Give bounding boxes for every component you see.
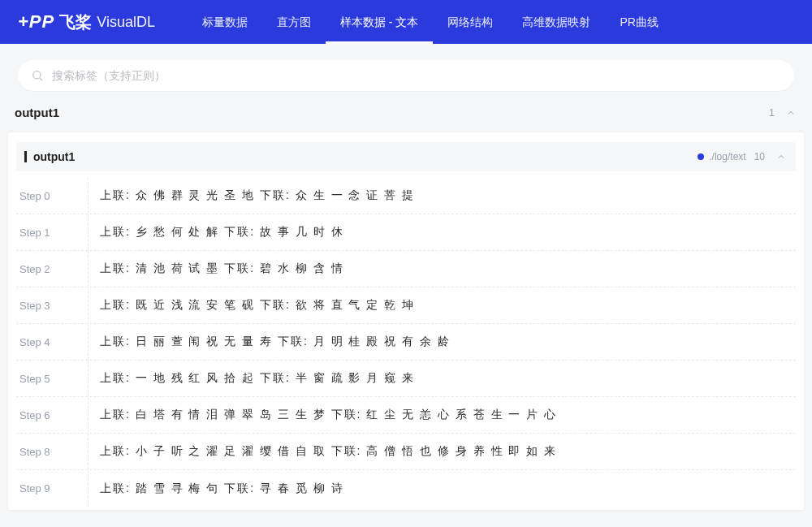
table-row: Step 2 上联: 清 池 荷 试 墨 下联: 碧 水 柳 含 情: [16, 251, 796, 287]
section-header: output1 1: [8, 102, 804, 127]
table-row: Step 9 上联: 踏 雪 寻 梅 句 下联: 寻 春 觅 柳 诗: [16, 470, 796, 507]
step-text: 上联: 日 丽 萱 闱 祝 无 量 寿 下联: 月 明 桂 殿 祝 有 余 龄: [88, 324, 796, 360]
table-row: Step 1 上联: 乡 愁 何 处 解 下联: 故 事 几 时 休: [16, 214, 796, 251]
run-path: ./log/text: [709, 151, 745, 162]
nav-item-embedding[interactable]: 高维数据映射: [508, 0, 605, 44]
step-text: 上联: 一 地 残 红 风 拾 起 下联: 半 窗 疏 影 月 窥 来: [88, 361, 796, 396]
card-title: output1: [33, 150, 698, 163]
logo-cn: 飞桨: [59, 11, 92, 33]
step-label: Step 0: [16, 190, 88, 202]
nav-item-scalars[interactable]: 标量数据: [188, 0, 262, 44]
step-label: Step 3: [16, 300, 88, 312]
logo-mark: +PP: [18, 11, 54, 32]
svg-point-0: [33, 71, 41, 79]
table-row: Step 8 上联: 小 子 听 之 濯 足 濯 缨 借 自 取 下联: 高 僧…: [16, 434, 796, 470]
step-text: 上联: 踏 雪 寻 梅 句 下联: 寻 春 觅 柳 诗: [88, 470, 796, 507]
step-text: 上联: 乡 愁 何 处 解 下联: 故 事 几 时 休: [88, 214, 796, 250]
nav-item-graph[interactable]: 网络结构: [433, 0, 508, 44]
card-header: output1 ./log/text 10: [16, 142, 796, 171]
run-color-dot-icon: [698, 153, 704, 160]
step-label: Step 2: [16, 263, 88, 275]
table-row: Step 3 上联: 既 近 浅 流 安 笔 砚 下联: 欲 将 直 气 定 乾…: [16, 287, 796, 324]
logo: +PP 飞桨 VisualDL: [18, 11, 155, 33]
search-icon: [31, 69, 44, 82]
step-label: Step 8: [16, 446, 88, 458]
svg-line-1: [40, 78, 42, 80]
step-text: 上联: 白 塔 有 情 泪 弹 翠 岛 三 生 梦 下联: 红 尘 无 恙 心 …: [88, 397, 796, 433]
steps-table: Step 0 上联: 众 佛 群 灵 光 圣 地 下联: 众 生 一 念 证 菩…: [16, 178, 796, 507]
step-label: Step 9: [16, 482, 88, 495]
step-label: Step 5: [16, 373, 88, 385]
header-nav: +PP 飞桨 VisualDL 标量数据 直方图 样本数据 - 文本 网络结构 …: [0, 0, 812, 44]
section-title: output1: [15, 106, 769, 119]
section-collapse-icon[interactable]: [786, 108, 796, 118]
card-collapse-icon[interactable]: [776, 152, 786, 162]
nav-item-pr-curve[interactable]: PR曲线: [605, 0, 672, 44]
nav-item-sample-text[interactable]: 样本数据 - 文本: [326, 0, 433, 44]
step-text: 上联: 清 池 荷 试 墨 下联: 碧 水 柳 含 情: [88, 251, 796, 287]
nav-tabs: 标量数据 直方图 样本数据 - 文本 网络结构 高维数据映射 PR曲线: [188, 0, 673, 44]
search-input[interactable]: [52, 60, 781, 91]
table-row: Step 5 上联: 一 地 残 红 风 拾 起 下联: 半 窗 疏 影 月 窥…: [16, 361, 796, 397]
search-box[interactable]: [18, 60, 794, 91]
output-card: output1 ./log/text 10 Step 0 上联: 众 佛 群 灵…: [8, 132, 804, 510]
step-label: Step 6: [16, 409, 88, 421]
card-header-bar-icon: [24, 151, 27, 162]
step-label: Step 4: [16, 336, 88, 348]
section-count: 1: [769, 106, 775, 119]
run-count: 10: [754, 151, 765, 162]
logo-product: VisualDL: [97, 14, 155, 31]
table-row: Step 0 上联: 众 佛 群 灵 光 圣 地 下联: 众 生 一 念 证 菩…: [16, 178, 796, 214]
table-row: Step 6 上联: 白 塔 有 情 泪 弹 翠 岛 三 生 梦 下联: 红 尘…: [16, 397, 796, 434]
table-row: Step 4 上联: 日 丽 萱 闱 祝 无 量 寿 下联: 月 明 桂 殿 祝…: [16, 324, 796, 361]
search-row: [0, 44, 812, 102]
step-text: 上联: 既 近 浅 流 安 笔 砚 下联: 欲 将 直 气 定 乾 坤: [88, 287, 796, 323]
step-label: Step 1: [16, 227, 88, 239]
step-text: 上联: 小 子 听 之 濯 足 濯 缨 借 自 取 下联: 高 僧 悟 也 修 …: [88, 434, 796, 469]
nav-item-histograms[interactable]: 直方图: [262, 0, 326, 44]
step-text: 上联: 众 佛 群 灵 光 圣 地 下联: 众 生 一 念 证 菩 提: [88, 178, 796, 214]
